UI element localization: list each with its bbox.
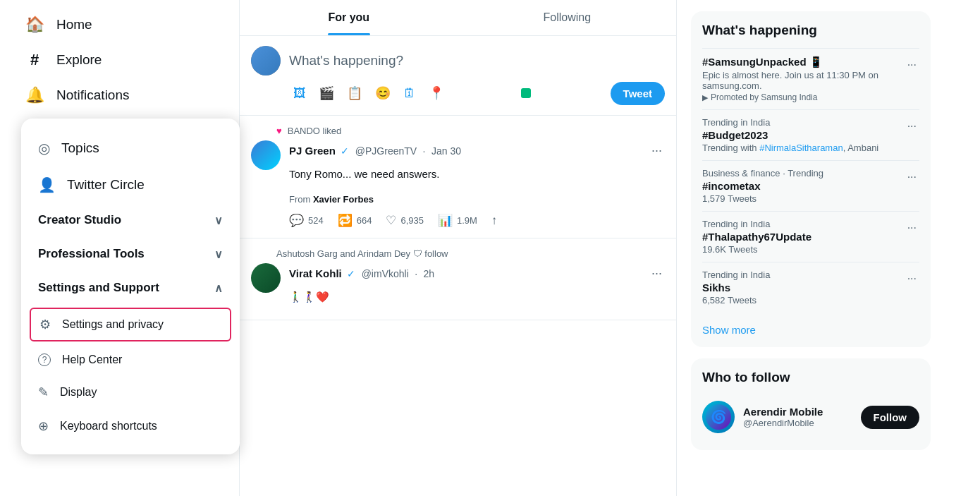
- incometax-more-icon[interactable]: ···: [905, 168, 919, 186]
- sidebar-item-notifications[interactable]: 🔔 Notifications: [14, 78, 225, 113]
- tweet-card-2: Ashutosh Garg and Arindam Dey 🛡 follow V…: [240, 238, 676, 320]
- gif-icon[interactable]: 🎬: [314, 81, 338, 105]
- compose-box: What's happening? 🖼 🎬 📋 😊 🗓 📍 Tweet: [240, 36, 676, 116]
- trending-left-budget: Trending in India #Budget2023 Trending w…: [702, 117, 905, 153]
- settings-support-collapsible[interactable]: Settings and Support ∧: [21, 271, 240, 305]
- tweet2-handle: @imVkohli: [362, 268, 409, 279]
- schedule-icon[interactable]: 🗓: [399, 82, 420, 105]
- liked-by-text: BANDO liked: [288, 126, 342, 136]
- tweet-name-row: PJ Green ✓ @PJGreenTV · Jan 30 ···: [289, 140, 665, 161]
- tweet2-more-icon[interactable]: ···: [649, 263, 665, 284]
- trending-item-thalapathy[interactable]: Trending in India #Thalapathy67Update 19…: [702, 211, 919, 262]
- tweet-header: PJ Green ✓ @PJGreenTV · Jan 30 ··· Tony …: [251, 140, 665, 228]
- trending-item-sikhs[interactable]: Trending in India Sikhs 6,582 Tweets ···: [702, 262, 919, 313]
- creator-studio-label: Creator Studio: [38, 213, 121, 227]
- sidebar-item-home-label: Home: [56, 17, 92, 32]
- sidebar-item-home[interactable]: 🏠 Home: [14, 7, 225, 42]
- thalapathy-topic: #Thalapathy67Update: [702, 231, 905, 243]
- compose-right: What's happening? 🖼 🎬 📋 😊 🗓 📍 Tweet: [289, 46, 665, 105]
- aerendir-info: Aerendir Mobile @AerendirMobile: [743, 406, 852, 428]
- tweet-meta-1: PJ Green ✓ @PJGreenTV · Jan 30 ··· Tony …: [289, 140, 665, 228]
- professional-tools-collapsible[interactable]: Professional Tools ∨: [21, 237, 240, 271]
- tab-following[interactable]: Following: [458, 0, 677, 35]
- trending-item-samsung[interactable]: #SamsungUnpacked 📱 Epic is almost here. …: [702, 48, 919, 109]
- sidebar-dropdown-menu: ◎ Topics 👤 Twitter Circle Creator Studio…: [21, 119, 240, 454]
- tweet2-verified-badge: ✓: [347, 268, 355, 279]
- professional-tools-label: Professional Tools: [38, 247, 145, 261]
- topics-label: Topics: [61, 140, 99, 156]
- compose-actions: 🖼 🎬 📋 😊 🗓 📍 Tweet: [289, 81, 665, 105]
- budget-more-icon[interactable]: ···: [905, 117, 919, 135]
- sikhs-more-icon[interactable]: ···: [905, 270, 919, 288]
- tweet-dot: ·: [423, 145, 426, 157]
- thalapathy-more-icon[interactable]: ···: [905, 219, 919, 237]
- follow-item-aerendir: 🌀 Aerendir Mobile @AerendirMobile Follow: [702, 395, 919, 439]
- trending-item-incometax[interactable]: Business & finance · Trending #incometax…: [702, 160, 919, 211]
- keyboard-shortcuts-item[interactable]: ⊕ Keyboard shortcuts: [21, 409, 240, 443]
- trending-left-incometax: Business & finance · Trending #incometax…: [702, 168, 905, 204]
- help-center-item[interactable]: ? Help Center: [21, 344, 240, 375]
- trending-item-budget[interactable]: Trending in India #Budget2023 Trending w…: [702, 109, 919, 160]
- sikhs-tweets: 6,582 Tweets: [702, 295, 905, 306]
- compose-avatar: [251, 46, 281, 75]
- list-icon[interactable]: 📋: [343, 81, 367, 105]
- settings-support-label: Settings and Support: [38, 281, 159, 295]
- display-item[interactable]: ✎ Display: [21, 375, 240, 409]
- sidebar-item-topics[interactable]: ◎ Topics: [21, 130, 240, 167]
- show-more-link[interactable]: Show more: [702, 317, 919, 336]
- share-action[interactable]: ↑: [491, 214, 498, 228]
- tab-for-you[interactable]: For you: [240, 0, 458, 35]
- chevron-down-icon: ∨: [214, 248, 223, 261]
- sikhs-category: Trending in India: [702, 270, 905, 280]
- emoji-icon[interactable]: 😊: [371, 81, 395, 105]
- liked-by-bar: ♥ BANDO liked: [251, 126, 665, 136]
- whats-happening-title: What's happening: [702, 23, 919, 38]
- tweet2-emojis: 🚶‍♂️🚶‍♀️❤️: [289, 289, 665, 304]
- tweet-card-1: ♥ BANDO liked PJ Green ✓ @PJGreenTV · Ja…: [240, 116, 676, 238]
- gear-icon: ⚙: [39, 317, 51, 332]
- image-upload-icon[interactable]: 🖼: [289, 82, 310, 105]
- help-icon: ?: [38, 353, 51, 366]
- tweet-author-info: PJ Green ✓ @PJGreenTV · Jan 30: [289, 145, 461, 157]
- feed-tabs: For you Following: [240, 0, 676, 36]
- compose-placeholder[interactable]: What's happening?: [289, 46, 665, 75]
- sidebar-item-twitter-circle[interactable]: 👤 Twitter Circle: [21, 167, 240, 203]
- samsung-more-icon[interactable]: ···: [905, 56, 919, 74]
- retweet-action[interactable]: 🔁 664: [338, 213, 372, 228]
- tweet-actions: 💬 524 🔁 664 ♡ 6,935 📊 1.9M: [289, 213, 665, 228]
- samsung-description: Epic is almost here. Join us at 11:30 PM…: [702, 70, 905, 91]
- main-feed: For you Following What's happening? 🖼 🎬 …: [240, 0, 677, 496]
- keyboard-icon: ⊕: [38, 418, 49, 434]
- tweet-avatar-1: [251, 140, 281, 170]
- promoted-icon: ▶: [702, 93, 708, 102]
- tweet-handle: @PJGreenTV: [355, 145, 417, 157]
- location-icon[interactable]: 📍: [424, 81, 448, 105]
- home-icon: 🏠: [25, 16, 44, 34]
- sidebar-item-notifications-label: Notifications: [56, 87, 130, 103]
- creator-studio-collapsible[interactable]: Creator Studio ∨: [21, 203, 240, 237]
- settings-privacy-item[interactable]: ⚙ Settings and privacy: [30, 308, 231, 341]
- sidebar: 🏠 Home # Explore 🔔 Notifications ◎ Topic…: [0, 0, 240, 496]
- tweet2-name: Virat Kohli: [289, 267, 342, 279]
- incometax-category: Business & finance · Trending: [702, 168, 905, 179]
- from-credit: From Xavier Forbes: [289, 194, 665, 205]
- aerendir-handle: @AerendirMobile: [743, 418, 852, 428]
- settings-privacy-label: Settings and privacy: [62, 318, 164, 331]
- budget-topic: #Budget2023: [702, 129, 905, 141]
- tweet-button[interactable]: Tweet: [611, 82, 665, 105]
- more-options-icon[interactable]: ···: [649, 140, 665, 161]
- reply-action[interactable]: 💬 524: [289, 213, 324, 228]
- display-label: Display: [60, 386, 97, 399]
- help-center-label: Help Center: [62, 353, 122, 366]
- like-action[interactable]: ♡ 6,935: [386, 213, 424, 228]
- who-to-follow-section: Who to follow 🌀 Aerendir Mobile @Aerendi…: [691, 358, 931, 450]
- sikhs-topic: Sikhs: [702, 282, 905, 294]
- spiral-icon: 🌀: [706, 404, 731, 430]
- sidebar-item-explore[interactable]: # Explore: [14, 42, 225, 78]
- views-icon: 📊: [438, 213, 453, 228]
- follow-button-aerendir[interactable]: Follow: [861, 406, 920, 429]
- thalapathy-category: Trending in India: [702, 219, 905, 229]
- tweet-date: Jan 30: [431, 145, 461, 157]
- tweet2-name-row: Virat Kohli ✓ @imVkohli · 2h ···: [289, 263, 665, 284]
- views-action[interactable]: 📊 1.9M: [438, 213, 477, 228]
